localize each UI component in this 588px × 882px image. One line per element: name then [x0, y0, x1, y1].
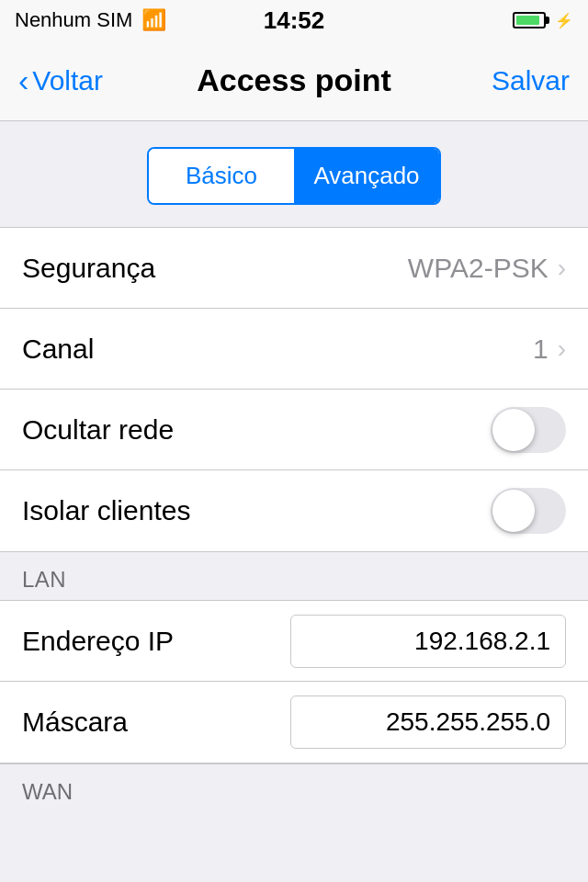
ocultar-rede-toggle[interactable] — [491, 407, 566, 453]
lan-section-header-container: LAN — [0, 552, 588, 600]
seguranca-row[interactable]: Segurança WPA2-PSK › — [0, 228, 588, 309]
back-arrow-icon: ‹ — [18, 64, 28, 96]
save-button[interactable]: Salvar — [492, 65, 570, 96]
canal-row[interactable]: Canal 1 › — [0, 309, 588, 390]
lan-section-header: LAN — [22, 567, 66, 592]
ocultar-rede-row: Ocultar rede — [0, 390, 588, 470]
bolt-icon: ⚡ — [555, 12, 573, 29]
seguranca-value: WPA2-PSK — [408, 253, 548, 284]
nav-bar: ‹ Voltar Access point Salvar — [0, 40, 588, 121]
back-label: Voltar — [32, 65, 103, 96]
endereco-ip-label: Endereço IP — [22, 626, 174, 657]
canal-label: Canal — [22, 334, 94, 365]
canal-value-row: 1 › — [533, 334, 566, 365]
isolar-clientes-label: Isolar clientes — [22, 495, 190, 526]
segment-control: Básico Avançado — [147, 147, 441, 205]
endereco-ip-input[interactable] — [290, 615, 566, 668]
battery-icon — [513, 12, 546, 28]
wan-section: WAN — [0, 763, 588, 812]
endereco-ip-row: Endereço IP — [0, 601, 588, 682]
segment-container: Básico Avançado — [0, 121, 588, 227]
lan-settings-group: Endereço IP Máscara — [0, 600, 588, 763]
status-bar: Nenhum SIM 📶 14:52 ⚡ — [0, 0, 588, 40]
seguranca-label: Segurança — [22, 253, 155, 284]
back-button[interactable]: ‹ Voltar — [18, 65, 103, 96]
isolar-clientes-toggle[interactable] — [491, 488, 566, 534]
mascara-row: Máscara — [0, 682, 588, 763]
segment-basico[interactable]: Básico — [149, 149, 294, 203]
canal-value: 1 — [533, 334, 548, 365]
carrier-label: Nenhum SIM — [15, 8, 132, 32]
wifi-icon: 📶 — [141, 8, 166, 32]
wan-section-header: WAN — [22, 779, 73, 804]
status-battery: ⚡ — [513, 12, 573, 29]
segment-avancado[interactable]: Avançado — [294, 149, 439, 203]
settings-group: Segurança WPA2-PSK › Canal 1 › Ocultar r… — [0, 227, 588, 552]
status-time: 14:52 — [264, 6, 325, 35]
status-carrier-wifi: Nenhum SIM 📶 — [15, 8, 166, 32]
page-title: Access point — [197, 62, 391, 98]
seguranca-value-row: WPA2-PSK › — [408, 253, 566, 284]
seguranca-chevron-icon: › — [558, 254, 566, 283]
canal-chevron-icon: › — [558, 334, 566, 364]
isolar-clientes-row: Isolar clientes — [0, 470, 588, 551]
ocultar-rede-label: Ocultar rede — [22, 414, 174, 446]
mascara-label: Máscara — [22, 707, 128, 738]
mascara-input[interactable] — [290, 695, 566, 749]
